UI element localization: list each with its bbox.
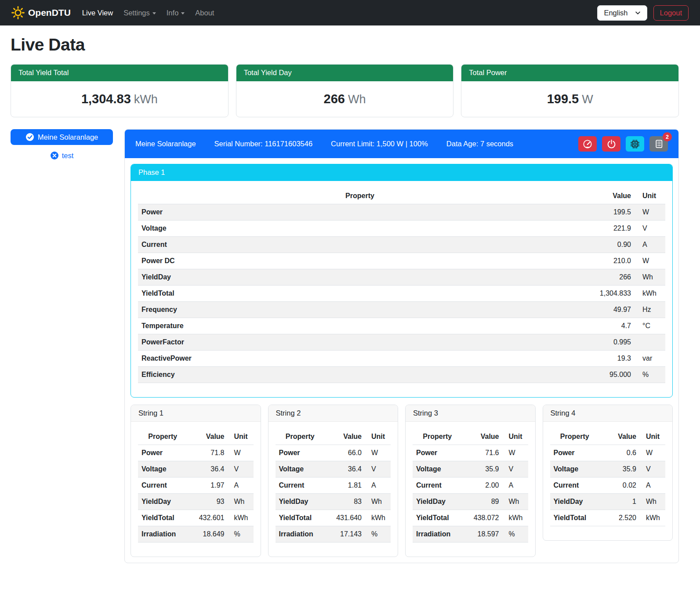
- brand-label: OpenDTU: [28, 7, 71, 18]
- table-row: YieldDay83Wh: [276, 494, 391, 510]
- table-row: ReactivePower19.3var: [138, 351, 665, 367]
- unit-cell: %: [365, 526, 391, 543]
- unit-cell: Wh: [228, 494, 254, 510]
- total-yield-day-value: 266: [324, 92, 345, 106]
- value-cell: 71.6: [462, 445, 503, 461]
- table-row: YieldTotal438.072kWh: [413, 510, 528, 526]
- column-value: Value: [325, 429, 365, 445]
- unit-cell: Hz: [635, 302, 665, 318]
- table-row: Voltage221.9V: [138, 221, 665, 237]
- table-header-row: Property Value Unit: [138, 429, 254, 445]
- unit-cell: Wh: [640, 494, 665, 510]
- inverter-selected-button[interactable]: Meine Solaranlage: [11, 129, 113, 145]
- property-cell: Power: [550, 445, 600, 461]
- property-cell: YieldDay: [550, 494, 600, 510]
- inverter-name: Meine Solaranlage: [135, 140, 196, 148]
- language-select-value: English: [604, 9, 627, 17]
- inverter-selected-label: Meine Solaranlage: [38, 133, 98, 141]
- table-row: Power71.6W: [413, 445, 528, 461]
- property-cell: YieldTotal: [550, 510, 600, 526]
- unit-cell: V: [635, 221, 665, 237]
- property-cell: YieldDay: [138, 494, 188, 510]
- value-cell: 89: [462, 494, 503, 510]
- value-cell: 18.597: [462, 526, 503, 543]
- column-property: Property: [413, 429, 462, 445]
- phase-card-title: Phase 1: [131, 164, 672, 181]
- unit-cell: V: [365, 461, 391, 478]
- string-card-body: Property Value Unit Power0.6WVoltage35.9…: [543, 422, 673, 540]
- chevron-down-icon: [635, 10, 641, 16]
- device-info-button[interactable]: [626, 136, 644, 152]
- strings-row: String 1 Property Value Unit Power71.8WV…: [131, 405, 673, 557]
- value-cell: 1.97: [188, 478, 228, 494]
- value-cell: 438.072: [462, 510, 503, 526]
- value-cell: 18.649: [188, 526, 228, 543]
- power-icon: [607, 139, 616, 148]
- unit-cell: W: [635, 253, 665, 269]
- event-log-button[interactable]: 2: [649, 136, 668, 152]
- chevron-down-icon: [152, 12, 156, 14]
- power-button[interactable]: [602, 136, 620, 152]
- unit-cell: %: [503, 526, 528, 543]
- column-unit: Unit: [635, 188, 665, 204]
- table-row: YieldDay1Wh: [550, 494, 666, 510]
- column-property: Property: [138, 188, 582, 204]
- unit-cell: V: [640, 461, 665, 478]
- nav-item-about[interactable]: About: [190, 5, 219, 21]
- column-unit: Unit: [365, 429, 391, 445]
- unit-cell: kWh: [503, 510, 528, 526]
- string-card: String 1 Property Value Unit Power71.8WV…: [131, 405, 261, 557]
- logout-button[interactable]: Logout: [653, 5, 689, 21]
- table-header-row: Property Value Unit: [550, 429, 666, 445]
- column-unit: Unit: [503, 429, 528, 445]
- unit-cell: %: [228, 526, 254, 543]
- nav-item-settings[interactable]: Settings: [118, 5, 161, 21]
- inverter-actions: 2: [578, 136, 668, 152]
- check-circle-icon: [25, 133, 34, 141]
- card-title: Total Yield Total: [11, 65, 228, 81]
- property-cell: Efficiency: [138, 367, 582, 383]
- language-select[interactable]: English: [597, 5, 647, 21]
- card-body: 1,304.83kWh: [11, 81, 228, 117]
- property-cell: Power DC: [138, 253, 582, 269]
- unit-cell: A: [503, 478, 528, 494]
- navbar: OpenDTU Live View Settings Info About En…: [0, 0, 700, 25]
- card-body: 199.5W: [461, 81, 678, 117]
- value-cell: 431.640: [325, 510, 365, 526]
- table-header-row: Property Value Unit: [413, 429, 528, 445]
- property-cell: Power: [276, 445, 325, 461]
- table-row: Irradiation18.597%: [413, 526, 528, 543]
- table-row: Voltage35.9V: [550, 461, 666, 478]
- column-unit: Unit: [228, 429, 254, 445]
- inverter-other-item[interactable]: test: [11, 151, 113, 160]
- nav-item-info[interactable]: Info: [161, 5, 190, 21]
- value-cell: 1,304.833: [582, 286, 635, 302]
- x-circle-icon: [50, 151, 59, 160]
- property-cell: YieldTotal: [413, 510, 462, 526]
- inverter-data-age: Data Age: 7 seconds: [446, 140, 513, 148]
- string-table: Property Value Unit Power71.8WVoltage36.…: [138, 429, 254, 543]
- property-cell: Voltage: [138, 461, 188, 478]
- property-cell: Current: [138, 478, 188, 494]
- table-row: YieldTotal2.520kWh: [550, 510, 666, 526]
- unit-cell: V: [228, 461, 254, 478]
- page: Live Data Total Yield Total 1,304.83kWh …: [0, 25, 700, 574]
- table-row: Voltage35.9V: [413, 461, 528, 478]
- value-cell: 210.0: [582, 253, 635, 269]
- value-cell: 49.97: [582, 302, 635, 318]
- limit-settings-button[interactable]: [578, 136, 597, 152]
- phase-card: Phase 1 Property Value Unit Power199.5WV…: [131, 164, 673, 398]
- property-cell: Current: [413, 478, 462, 494]
- unit-cell: A: [640, 478, 665, 494]
- property-cell: Voltage: [138, 221, 582, 237]
- nav-item-live-view[interactable]: Live View: [77, 5, 118, 21]
- property-cell: ReactivePower: [138, 351, 582, 367]
- unit-cell: A: [365, 478, 391, 494]
- table-row: Voltage36.4V: [138, 461, 254, 478]
- brand[interactable]: OpenDTU: [11, 6, 71, 19]
- unit-cell: W: [365, 445, 391, 461]
- value-cell: 17.143: [325, 526, 365, 543]
- table-row: PowerFactor0.995: [138, 334, 665, 351]
- property-cell: Current: [550, 478, 600, 494]
- unit-cell: Wh: [365, 494, 391, 510]
